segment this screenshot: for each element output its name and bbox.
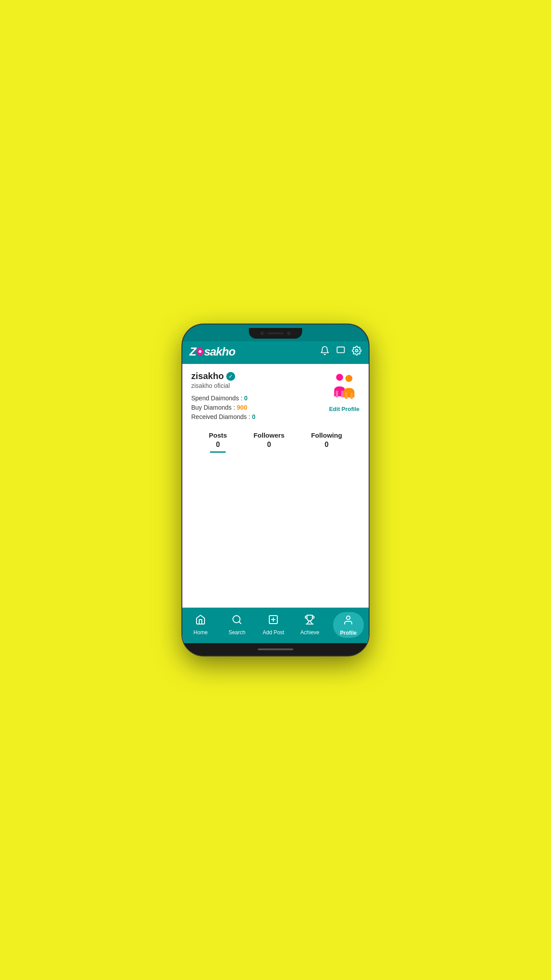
followers-stat: Followers 0 <box>253 431 284 453</box>
home-label: Home <box>193 629 208 636</box>
username: zisakho <box>191 371 224 381</box>
profile-left: zisakho ✓ zisakho oficial Spend Daimonds… <box>191 371 329 423</box>
posts-stat: Posts 0 <box>209 431 227 453</box>
settings-icon[interactable] <box>352 346 362 358</box>
buy-diamonds-label: Buy Diamonds : <box>191 404 235 411</box>
bottom-nav: Home Search <box>182 608 369 643</box>
profile-top: zisakho ✓ zisakho oficial Spend Daimonds… <box>191 371 360 423</box>
logo-z: Z <box>189 345 196 358</box>
user-handle: zisakho oficial <box>191 382 329 389</box>
app-header: Zsakho <box>182 341 369 364</box>
followers-value: 0 <box>267 441 271 449</box>
verified-badge-icon: ✓ <box>226 372 235 381</box>
front-camera <box>260 332 264 335</box>
nav-achieve[interactable]: Achieve <box>296 614 323 636</box>
spend-diamonds-value: 0 <box>244 395 248 402</box>
profile-icon <box>343 615 354 628</box>
notch <box>249 328 302 339</box>
svg-rect-7 <box>350 392 353 399</box>
search-icon <box>232 614 242 628</box>
logo-dot-icon <box>197 348 204 355</box>
nav-home[interactable]: Home <box>187 614 214 636</box>
spend-diamonds-label: Spend Daimonds : <box>191 395 242 402</box>
received-diamonds-label: Received Diamonds : <box>191 413 250 420</box>
username-row: zisakho ✓ <box>191 371 329 381</box>
svg-rect-3 <box>336 391 338 398</box>
nav-profile[interactable]: Profile <box>333 612 364 638</box>
svg-line-9 <box>239 622 241 624</box>
svg-rect-0 <box>337 347 345 353</box>
nav-add-post[interactable]: Add Post <box>260 614 287 636</box>
notch-area <box>182 324 369 341</box>
posts-underline <box>210 451 226 453</box>
phone-bottom-bar <box>182 643 369 656</box>
svg-point-5 <box>346 375 353 382</box>
notification-icon[interactable] <box>320 346 330 358</box>
logo-text: sakho <box>204 345 235 358</box>
following-label: Following <box>311 431 342 439</box>
profile-section: zisakho ✓ zisakho oficial Spend Daimonds… <box>182 364 369 457</box>
app-logo: Zsakho <box>189 345 235 359</box>
home-icon <box>195 614 206 628</box>
add-post-label: Add Post <box>263 629 284 636</box>
content-area <box>182 457 369 608</box>
svg-rect-4 <box>341 391 343 398</box>
front-sensor <box>287 332 291 335</box>
edit-profile-button[interactable]: Edit Profile <box>329 406 360 412</box>
home-indicator <box>258 648 293 650</box>
buy-diamonds-row: Buy Diamonds : 900 <box>191 404 329 411</box>
followers-label: Followers <box>253 431 284 439</box>
following-stat: Following 0 <box>311 431 342 453</box>
profile-avatar-area: Edit Profile <box>329 371 360 412</box>
buy-diamonds-value: 900 <box>237 404 247 411</box>
achieve-label: Achieve <box>300 629 319 636</box>
avatar-illustration <box>329 371 360 402</box>
received-diamonds-value: 0 <box>252 413 256 420</box>
svg-rect-6 <box>345 392 347 399</box>
nav-search[interactable]: Search <box>224 614 250 636</box>
search-label: Search <box>228 629 245 636</box>
posts-value: 0 <box>216 441 220 449</box>
svg-point-2 <box>336 374 343 381</box>
achieve-icon <box>304 614 315 628</box>
received-diamonds-row: Received Diamonds : 0 <box>191 413 329 420</box>
stats-row: Posts 0 Followers 0 Following 0 <box>191 426 360 453</box>
spend-diamonds-row: Spend Daimonds : 0 <box>191 395 329 402</box>
speaker <box>268 332 283 334</box>
posts-label: Posts <box>209 431 227 439</box>
following-value: 0 <box>325 441 329 449</box>
svg-point-1 <box>355 349 358 352</box>
message-icon[interactable] <box>336 346 346 358</box>
add-post-icon <box>268 614 279 628</box>
screen: zisakho ✓ zisakho oficial Spend Daimonds… <box>182 364 369 643</box>
phone-shell: Zsakho <box>182 324 369 656</box>
header-icons <box>320 346 362 358</box>
profile-label: Profile <box>340 630 357 636</box>
svg-point-13 <box>346 616 350 620</box>
